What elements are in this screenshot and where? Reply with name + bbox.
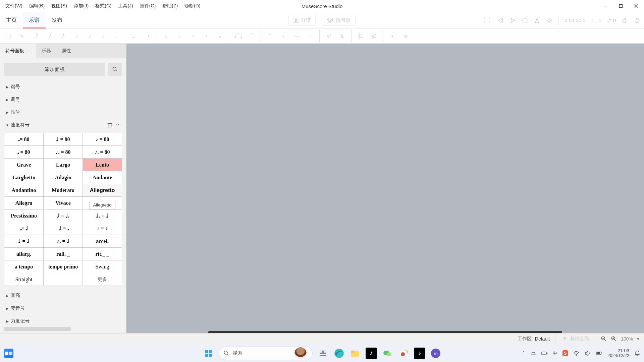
tempo-quarterdot-80[interactable]: ♩. = 80: [44, 146, 83, 158]
gear-icon[interactable]: ⚙: [400, 31, 412, 42]
slur-icon[interactable]: ⁀: [246, 31, 257, 42]
metronome-icon[interactable]: [534, 17, 540, 23]
staccato-icon[interactable]: ·: [305, 31, 316, 42]
parts-button[interactable]: 分谱: [288, 15, 316, 26]
tempo-eighthdot-80[interactable]: ♪. = 80: [83, 146, 122, 158]
tempo-more[interactable]: 更多: [83, 273, 122, 286]
note-64-icon[interactable]: 𝅘𝅥𝅱: [30, 31, 41, 42]
rest-icon[interactable]: 𝄽: [142, 31, 153, 42]
tempo-quarter-80[interactable]: ♩ = 80: [44, 133, 83, 145]
zoom-value[interactable]: 100%: [621, 336, 633, 342]
sidetab-instruments[interactable]: 乐器: [36, 44, 56, 58]
note-8-icon[interactable]: 𝅘𝅥𝅮: [70, 31, 81, 42]
mixer-button[interactable]: 混音器: [322, 15, 356, 26]
tempo-mod-2[interactable]: ♩. = ♩: [83, 209, 122, 222]
tempo-grave[interactable]: Grave: [4, 159, 43, 171]
power-icon[interactable]: [596, 350, 602, 356]
accent-icon[interactable]: ›: [278, 31, 289, 42]
tempo-allegretto[interactable]: Allegretto Allegretto: [83, 184, 122, 196]
note-4-icon[interactable]: 𝅘𝅥: [83, 31, 95, 42]
onedrive-icon[interactable]: [530, 350, 536, 356]
tempo-adagio[interactable]: Adagio: [44, 171, 83, 184]
tempo-rit[interactable]: rit._ _: [83, 248, 122, 260]
tempo-larghetto[interactable]: Larghetto: [4, 171, 43, 184]
double-flat-icon[interactable]: 𝄫: [160, 31, 172, 42]
sharp-icon[interactable]: ♯: [201, 31, 212, 42]
loop-icon[interactable]: [522, 17, 528, 23]
palette-keys[interactable]: ▶调号: [4, 93, 122, 106]
dot-icon[interactable]: ♩.: [128, 31, 140, 42]
grip-icon[interactable]: ⋮⋮: [482, 17, 492, 23]
tab-publish[interactable]: 发布: [46, 12, 68, 28]
tempo-andante[interactable]: Andante: [83, 171, 122, 184]
widgets-button[interactable]: [4, 349, 13, 358]
double-sharp-icon[interactable]: 𝄪: [214, 31, 225, 42]
tab-score[interactable]: 乐谱: [23, 12, 46, 28]
note-32-icon[interactable]: 𝅘𝅥𝅰: [43, 31, 54, 42]
edge-icon[interactable]: [333, 348, 345, 359]
marcato-icon[interactable]: ˆ: [264, 31, 276, 42]
wechat-icon[interactable]: [382, 348, 393, 359]
tempo-allegro[interactable]: Allegro: [4, 197, 43, 209]
tempo-straight[interactable]: Straight: [4, 273, 43, 286]
menu-add[interactable]: 添加(J): [70, 1, 92, 11]
trash-icon[interactable]: [107, 122, 113, 128]
tenuto-icon[interactable]: —: [291, 31, 303, 42]
tempo-rall[interactable]: rall. _: [44, 248, 83, 260]
undo-icon[interactable]: [622, 17, 628, 23]
workspace-selector[interactable]: 工作区: Default: [512, 334, 555, 344]
tiktok-icon-2[interactable]: ♪: [414, 348, 425, 359]
rewind-icon[interactable]: [498, 17, 504, 23]
zoom-out-icon[interactable]: [601, 336, 607, 342]
menu-file[interactable]: 文件(W): [2, 1, 26, 11]
zoom-in-icon[interactable]: [611, 336, 617, 342]
menu-diag[interactable]: 诊断(D): [181, 1, 204, 11]
tempo-prestissimo[interactable]: Prestissimo: [4, 209, 43, 222]
palette-timesig[interactable]: ▶拍号: [4, 106, 122, 119]
tempo-mod-1[interactable]: ♩ = ♩.: [44, 209, 83, 222]
menu-tools[interactable]: 工具(J): [115, 1, 136, 11]
ime-icon[interactable]: 中: [553, 350, 557, 356]
scrollbar-thumb[interactable]: [4, 327, 71, 331]
concert-pitch-button[interactable]: 标准音高: [555, 334, 596, 344]
tempo-halfdot-80[interactable]: 𝅗. = 80: [4, 146, 43, 158]
wifi-icon[interactable]: [573, 350, 579, 356]
task-view-icon[interactable]: [317, 348, 329, 359]
add-panel-button[interactable]: 添加面板: [4, 63, 105, 76]
flat-icon[interactable]: ♭: [174, 31, 185, 42]
notifications-icon[interactable]: [635, 350, 640, 357]
maximize-button[interactable]: [613, 0, 629, 12]
pencil-icon[interactable]: ✎: [16, 31, 28, 42]
sogou-icon[interactable]: S: [562, 350, 568, 356]
close-button[interactable]: [629, 0, 644, 12]
tray-chevron-icon[interactable]: ˄: [522, 351, 525, 356]
tempo-largo[interactable]: Largo: [44, 159, 83, 171]
tempo-accel[interactable]: accel.: [83, 235, 122, 247]
taskbar-search[interactable]: 搜索: [219, 347, 313, 360]
tempo-half-80[interactable]: 𝅗 = 80: [4, 133, 43, 145]
menu-plugins[interactable]: 插件(C): [137, 1, 159, 11]
palette-accidentals[interactable]: ▶变音号: [4, 302, 122, 315]
search-button[interactable]: [108, 63, 122, 76]
add-icon[interactable]: ＋: [387, 31, 398, 42]
menu-format[interactable]: 格式(G): [92, 1, 115, 11]
note-16-icon[interactable]: 𝅘𝅥𝅯: [56, 31, 68, 42]
tempo-andantino[interactable]: Andantino: [4, 184, 43, 196]
note-1-icon[interactable]: 𝅝: [110, 31, 121, 42]
clock[interactable]: 21:03 2024/12/22: [607, 348, 629, 358]
voice1-icon[interactable]: 𝄞1: [355, 31, 366, 42]
tempo-moderato[interactable]: Moderato: [44, 184, 83, 196]
tempo-allarg[interactable]: allarg.: [4, 248, 43, 260]
play-icon[interactable]: [510, 17, 516, 23]
palette-tempo[interactable]: ▼ 速度符号 ⋯: [4, 119, 122, 131]
tempo-swing[interactable]: Swing: [83, 260, 122, 273]
tuplet-icon[interactable]: ♫³: [323, 31, 334, 42]
tempo-mod-5[interactable]: ♪ = ♪: [83, 222, 122, 235]
tempo-mod-3[interactable]: 𝅗 = ♩: [4, 222, 43, 235]
note-2-icon[interactable]: 𝅗𝅥: [97, 31, 108, 42]
tempo-atempo[interactable]: a tempo: [4, 260, 43, 273]
weibo-icon[interactable]: [398, 348, 409, 359]
tempo-eighth-80[interactable]: ♪ = 80: [83, 133, 122, 145]
tempo-primo[interactable]: tempo primo: [44, 260, 83, 273]
voice2-icon[interactable]: 𝄞2: [368, 31, 380, 42]
